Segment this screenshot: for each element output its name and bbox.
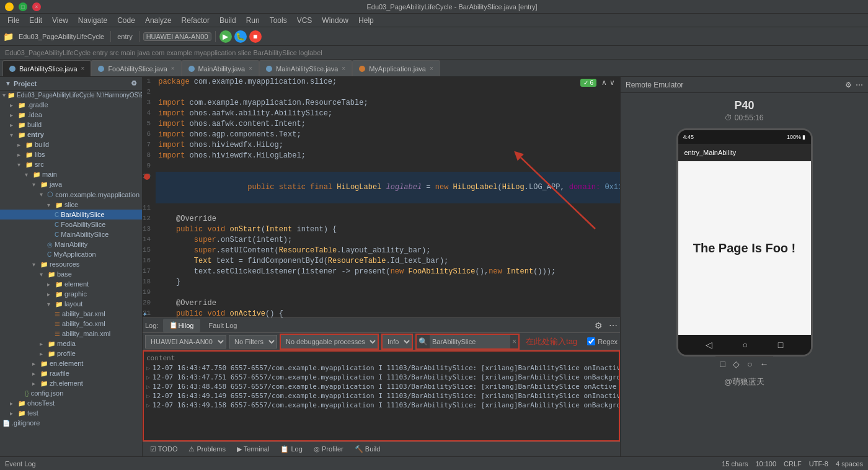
- menu-window[interactable]: Window: [317, 15, 353, 26]
- tree-gradle[interactable]: ▸ 📁 .gradle: [0, 100, 142, 110]
- maximize-button[interactable]: □: [19, 2, 27, 11]
- tree-en-element[interactable]: ▸ 📁 en.element: [0, 358, 142, 368]
- tree-profile[interactable]: ▸ 📁 profile: [0, 348, 142, 358]
- tab-close-5[interactable]: ×: [430, 65, 433, 72]
- phone-recent-icon[interactable]: □: [778, 340, 783, 350]
- logcat-settings-icon[interactable]: ⚙: [595, 321, 603, 330]
- tree-entry[interactable]: ▾ 📁 entry: [0, 130, 142, 140]
- project-icon[interactable]: 📁: [2, 31, 14, 42]
- minimize-button[interactable]: −: [5, 2, 14, 11]
- code-editor[interactable]: 1 package com.example.myapplication.slic…: [143, 77, 620, 317]
- editor-chevron-up[interactable]: ∧: [601, 78, 607, 87]
- menu-file[interactable]: File: [2, 15, 24, 26]
- device-dropdown[interactable]: HUAWEI ANA-AN00: [143, 32, 211, 41]
- menu-help[interactable]: Help: [353, 15, 379, 26]
- menu-run[interactable]: Run: [241, 15, 265, 26]
- tree-src[interactable]: ▾ 📁 src: [0, 159, 142, 169]
- phone-home-icon[interactable]: ○: [743, 340, 748, 350]
- menu-edit[interactable]: Edit: [24, 15, 47, 26]
- tree-test[interactable]: ▸ 📁 test: [0, 408, 142, 418]
- logcat-more-icon[interactable]: ⋯: [609, 321, 618, 330]
- phone-control-3[interactable]: ○: [747, 359, 752, 369]
- tree-ability-foo-xml[interactable]: ☰ ability_foo.xml: [0, 319, 142, 329]
- tree-mainability[interactable]: ◎ MainAbility: [0, 239, 142, 249]
- tree-main[interactable]: ▾ 📁 main: [0, 169, 142, 179]
- menu-tools[interactable]: Tools: [265, 15, 292, 26]
- config-dropdown[interactable]: entry: [115, 33, 135, 40]
- tree-build-root[interactable]: ▸ 📁 build: [0, 120, 142, 130]
- menu-build[interactable]: Build: [215, 15, 241, 26]
- tree-entry-build[interactable]: ▸ 📁 build: [0, 140, 142, 149]
- menu-vcs[interactable]: VCS: [292, 15, 317, 26]
- tab-close-3[interactable]: ×: [249, 65, 252, 72]
- stop-button[interactable]: ■: [249, 30, 262, 43]
- phone-control-1[interactable]: □: [720, 359, 725, 369]
- tree-barabilityslice[interactable]: C BarAbilitySlice: [0, 210, 142, 219]
- tree-media[interactable]: ▸ 📁 media: [0, 339, 142, 348]
- tree-ohostest[interactable]: ▸ 📁 ohosTest: [0, 398, 142, 408]
- debug-button[interactable]: 🐛: [234, 30, 247, 43]
- tree-ability-bar-xml[interactable]: ☰ ability_bar.xml: [0, 309, 142, 319]
- tree-ability-main-xml[interactable]: ☰ ability_main.xml: [0, 329, 142, 339]
- tree-idea[interactable]: ▸ 📁 .idea: [0, 110, 142, 120]
- tree-fooabilityslice[interactable]: C FooAbilitySlice: [0, 219, 142, 229]
- tree-zh-element[interactable]: ▸ 📁 zh.element: [0, 378, 142, 388]
- emulator-settings-icon[interactable]: ⚙: [845, 81, 852, 89]
- menu-analyze[interactable]: Analyze: [140, 15, 177, 26]
- filter-select[interactable]: No Filters: [229, 335, 277, 348]
- tree-rawfile[interactable]: ▸ 📁 rawfile: [0, 368, 142, 378]
- tab-barabilityslice[interactable]: BarAbilitySlice.java ×: [2, 60, 91, 76]
- tree-base[interactable]: ▾ 📁 base: [0, 269, 142, 279]
- tab-myapplication[interactable]: MyApplication.java ×: [352, 60, 440, 76]
- tab-close-2[interactable]: ×: [171, 65, 175, 72]
- tree-libs[interactable]: ▸ 📁 libs: [0, 149, 142, 159]
- process-select[interactable]: No debuggable processes: [281, 335, 378, 348]
- bottom-tab-problems[interactable]: ⚠ Problems: [184, 444, 231, 454]
- tree-layout[interactable]: ▾ 📁 layout: [0, 299, 142, 309]
- tree-java[interactable]: ▾ 📁 java: [0, 179, 142, 189]
- run-button[interactable]: ▶: [219, 30, 232, 43]
- bottom-tab-todo[interactable]: ☑ TODO: [145, 444, 182, 454]
- device-select[interactable]: HUAWEI ANA-AN00: [145, 335, 226, 348]
- phone-back-icon[interactable]: ◁: [706, 340, 712, 350]
- tree-element[interactable]: ▸ 📁 element: [0, 279, 142, 289]
- project-name[interactable]: Edu03_PageAbilityLifeCycle: [16, 33, 107, 40]
- tab-mainabilityslice[interactable]: MainAbilitySlice.java ×: [259, 60, 352, 76]
- phone-control-2[interactable]: ◇: [733, 359, 740, 369]
- tree-root[interactable]: ▾ 📁 Edu03_PageAbilityLifeCycle N:\Harmon…: [0, 91, 142, 100]
- bottom-tab-terminal[interactable]: ▶ Terminal: [232, 444, 274, 454]
- bottom-tab-profiler[interactable]: ◎ Profiler: [309, 444, 348, 454]
- logcat-search-input[interactable]: [430, 335, 510, 348]
- event-log-label[interactable]: Event Log: [5, 460, 36, 468]
- bottom-panel-tabs: ☑ TODO ⚠ Problems ▶ Terminal 📋 Log ◎ Pro…: [143, 441, 620, 456]
- clear-search-icon[interactable]: ×: [510, 337, 518, 346]
- tree-slice-folder[interactable]: ▾ 📁 slice: [0, 200, 142, 210]
- close-button[interactable]: ×: [32, 2, 41, 11]
- regex-checkbox[interactable]: [587, 337, 595, 345]
- project-panel-settings[interactable]: ⚙: [131, 79, 137, 87]
- tab-mainability[interactable]: MainAbility.java ×: [182, 60, 259, 76]
- tree-mainabilityslice[interactable]: C MainAbilitySlice: [0, 229, 142, 239]
- editor-chevron-down[interactable]: ∨: [609, 78, 615, 87]
- menu-navigate[interactable]: Navigate: [73, 15, 112, 26]
- tab-close-1[interactable]: ×: [81, 65, 85, 72]
- logcat-content[interactable]: content ▷ 12-07 16:43:47.750 6557-6557/c…: [143, 350, 620, 441]
- tab-fault-log[interactable]: Fault Log: [203, 319, 244, 332]
- tab-close-4[interactable]: ×: [342, 65, 345, 72]
- bottom-tab-log[interactable]: 📋 Log: [275, 444, 307, 454]
- menu-view[interactable]: View: [47, 15, 73, 26]
- menu-code[interactable]: Code: [112, 15, 140, 26]
- tree-graphic[interactable]: ▸ 📁 graphic: [0, 289, 142, 299]
- tree-gitignore[interactable]: 📄 .gitignore: [0, 418, 142, 428]
- phone-control-4[interactable]: ←: [760, 359, 768, 369]
- tree-myapplication[interactable]: C MyApplication: [0, 249, 142, 259]
- tree-package[interactable]: ▾ ⬡ com.example.myapplication: [0, 189, 142, 200]
- menu-refactor[interactable]: Refactor: [177, 15, 215, 26]
- bottom-tab-build[interactable]: 🔨 Build: [350, 444, 386, 454]
- tree-resources[interactable]: ▾ 📁 resources: [0, 259, 142, 269]
- tab-hilog[interactable]: 📋 Hilog: [163, 319, 200, 332]
- emulator-more-icon[interactable]: ⋯: [856, 81, 863, 89]
- tab-fooabilityslice[interactable]: FooAbilitySlice.java ×: [91, 60, 181, 76]
- tree-config-json[interactable]: {} config.json: [0, 388, 142, 398]
- level-select[interactable]: Info: [383, 335, 412, 348]
